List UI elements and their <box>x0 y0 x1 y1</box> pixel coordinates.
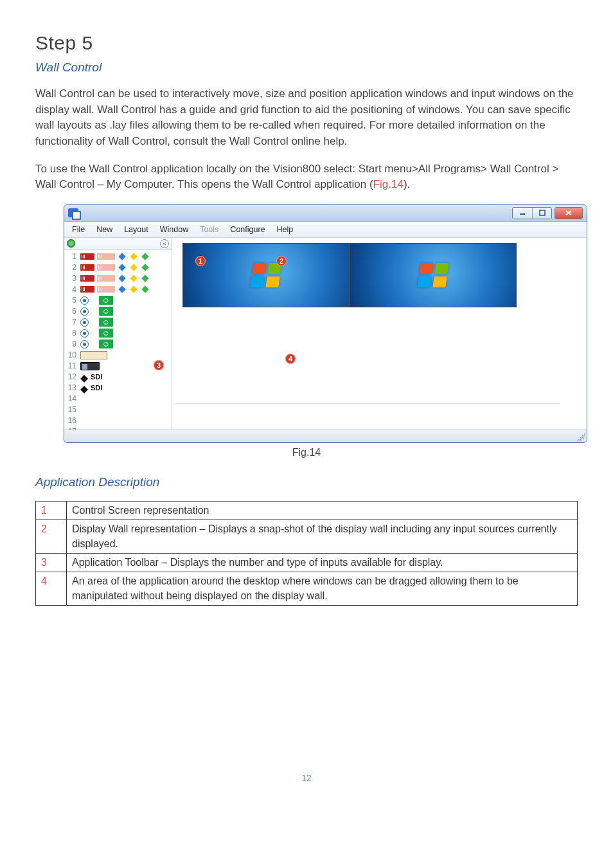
paragraph-1: Wall Control can be used to interactivel… <box>35 86 578 150</box>
page-number: 12 <box>35 773 578 783</box>
face-icon <box>99 329 113 338</box>
scale-icon <box>97 286 115 293</box>
fig-ref-14: Fig.14 <box>373 178 404 190</box>
windows-logo-icon <box>250 263 281 287</box>
scale-icon <box>97 275 115 282</box>
diamond-icon <box>141 264 148 271</box>
source-row[interactable]: 16 <box>64 415 172 426</box>
diamond-icon <box>118 264 125 271</box>
scale-icon <box>97 264 115 271</box>
diamond-icon <box>141 286 148 293</box>
menu-configure[interactable]: Configure <box>225 224 270 235</box>
screen-1[interactable] <box>182 243 350 307</box>
source-row[interactable]: 4 <box>64 284 172 295</box>
source-row[interactable]: 13SDI <box>64 383 172 393</box>
cell-num: 4 <box>36 572 67 606</box>
face-icon <box>99 296 113 305</box>
row-num: 9 <box>66 339 78 348</box>
bullseye-icon <box>80 329 89 338</box>
table-row: 2 Display Wall representation – Displays… <box>36 520 578 554</box>
row-num: 11 <box>66 361 78 370</box>
pill-icon <box>80 362 100 370</box>
sdi-label: SDI <box>91 373 102 381</box>
callout-3: 3 <box>154 360 164 370</box>
menu-new[interactable]: New <box>91 224 118 235</box>
collapse-icon[interactable]: « <box>160 239 169 248</box>
row-num: 6 <box>66 307 78 316</box>
pill-icon <box>80 351 107 359</box>
source-row[interactable]: 6 <box>64 306 172 317</box>
row-num: 15 <box>66 405 78 414</box>
diamond-icon <box>118 253 125 260</box>
cell-num: 2 <box>36 520 67 554</box>
menu-window[interactable]: Window <box>155 224 193 235</box>
bullseye-icon <box>80 296 89 305</box>
close-button[interactable] <box>555 208 582 219</box>
source-toolbar: « 1 2 3 4 5 6 7 8 9 10 11 12SDI 13SDI 14 <box>64 238 172 429</box>
canvas-divider <box>175 403 560 404</box>
display-wall[interactable] <box>182 243 556 307</box>
status-bar <box>64 429 587 442</box>
source-row[interactable]: 10 <box>64 350 172 361</box>
source-row[interactable]: 15 <box>64 404 172 415</box>
paragraph-2b: ). <box>404 178 410 190</box>
row-num: 1 <box>66 252 78 261</box>
face-icon <box>99 339 113 348</box>
sdi-icon <box>80 382 88 390</box>
table-row: 4 An area of the application around the … <box>36 572 578 606</box>
svg-rect-1 <box>540 210 545 215</box>
row-num: 2 <box>66 263 78 272</box>
screen-2[interactable] <box>350 243 517 307</box>
cell-desc: Application Toolbar – Displays the numbe… <box>67 554 578 572</box>
maximize-button[interactable] <box>532 208 551 219</box>
cell-desc: Display Wall representation – Displays a… <box>67 520 578 554</box>
sdi-icon <box>80 371 88 379</box>
menu-help[interactable]: Help <box>272 224 299 235</box>
source-row[interactable]: 2 <box>64 262 172 273</box>
minimize-button[interactable] <box>513 208 532 219</box>
window-controls <box>510 207 583 219</box>
diamond-icon <box>130 275 137 282</box>
diamond-icon <box>141 275 148 282</box>
app-icon <box>68 208 78 217</box>
row-num: 14 <box>66 394 78 403</box>
cell-desc: Control Screen representation <box>67 501 578 520</box>
window-titlebar[interactable] <box>64 205 587 222</box>
source-row[interactable]: 5 <box>64 295 172 306</box>
scale-icon <box>80 253 94 260</box>
cell-num: 3 <box>36 554 67 572</box>
source-row[interactable]: 9 <box>64 339 172 350</box>
bullseye-icon <box>80 340 89 348</box>
source-row[interactable]: 3 <box>64 273 172 284</box>
source-row[interactable]: 8 <box>64 328 172 339</box>
scale-icon <box>80 286 94 293</box>
face-icon <box>99 307 113 316</box>
source-row[interactable]: 12SDI <box>64 372 172 383</box>
source-row[interactable]: 7 <box>64 317 172 328</box>
scale-icon <box>97 253 115 260</box>
toolbar-header[interactable]: « <box>64 238 172 250</box>
wall-canvas[interactable]: 1 2 4 <box>172 238 587 429</box>
menu-file[interactable]: File <box>67 224 90 235</box>
diamond-icon <box>118 286 125 293</box>
menu-tools[interactable]: Tools <box>195 224 224 235</box>
table-row: 3 Application Toolbar – Displays the num… <box>36 554 578 572</box>
paragraph-2: To use the Wall Control application loca… <box>35 161 578 193</box>
status-dot-icon <box>67 239 75 248</box>
paragraph-2a: To use the Wall Control application loca… <box>35 163 558 191</box>
menu-layout[interactable]: Layout <box>119 224 154 235</box>
window-body: « 1 2 3 4 5 6 7 8 9 10 11 12SDI 13SDI 14 <box>64 238 587 429</box>
row-num: 4 <box>66 285 78 294</box>
row-num: 16 <box>66 416 78 425</box>
row-num: 7 <box>66 318 78 327</box>
diamond-icon <box>130 253 137 260</box>
row-num: 5 <box>66 296 78 305</box>
table-row: 1 Control Screen representation <box>36 501 578 520</box>
row-num: 8 <box>66 329 78 338</box>
sdi-label: SDI <box>91 384 102 392</box>
face-icon <box>99 318 113 327</box>
figure-caption: Fig.14 <box>35 447 578 458</box>
row-num: 10 <box>66 350 78 359</box>
app-window: File New Layout Window Tools Configure H… <box>64 204 587 443</box>
source-row[interactable]: 1 <box>64 251 172 262</box>
